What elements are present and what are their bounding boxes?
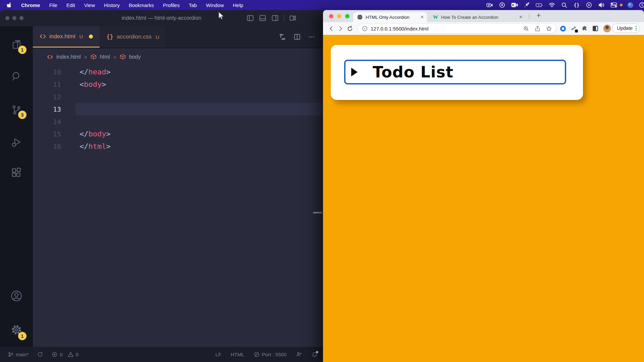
port-label: Port : 5500: [262, 352, 286, 357]
back-icon[interactable]: [327, 24, 335, 33]
braces-app-icon[interactable]: {}: [573, 1, 580, 9]
live-share-icon[interactable]: [296, 352, 302, 357]
menu-bookmarks[interactable]: Bookmarks: [129, 2, 154, 8]
close-icon[interactable]: ×: [519, 14, 522, 20]
menu-help[interactable]: Help: [233, 2, 243, 8]
update-label: Update: [617, 25, 633, 31]
clock-icon[interactable]: [638, 1, 644, 9]
more-actions-icon[interactable]: [308, 33, 316, 41]
accordion-card: Todo List: [331, 45, 583, 100]
divider: [529, 14, 529, 19]
extensions-puzzle-icon[interactable]: [582, 25, 588, 32]
mouse-cursor: [217, 11, 225, 20]
scrollbar-handle[interactable]: [313, 212, 322, 214]
accordion-summary[interactable]: Todo List: [344, 60, 566, 84]
customize-layout-icon[interactable]: [289, 14, 297, 22]
code-line[interactable]: 12: [33, 90, 323, 103]
code-line-active[interactable]: 13: [33, 103, 323, 115]
chrome-minimize-button[interactable]: [337, 14, 341, 18]
play-circle-icon[interactable]: [585, 1, 593, 9]
eol-indicator[interactable]: LF: [215, 352, 221, 357]
split-editor-icon[interactable]: [293, 33, 301, 41]
zoom-icon[interactable]: [523, 26, 529, 32]
code-line[interactable]: 14: [33, 115, 323, 128]
url-text[interactable]: 127.0.0.1:5500/index.html: [371, 26, 523, 32]
live-server-port[interactable]: Port : 5500: [254, 352, 286, 357]
vscode-titlebar[interactable]: index.html — html-only-accordion: [0, 10, 323, 26]
extensions-icon[interactable]: [0, 167, 33, 178]
breadcrumb-body[interactable]: body: [129, 54, 141, 60]
extension-picker-icon[interactable]: [571, 26, 577, 32]
code-line[interactable]: 16 </html>: [33, 140, 323, 153]
rocket-icon[interactable]: [523, 1, 531, 9]
chrome-zoom-button[interactable]: [345, 14, 350, 18]
chrome-tab-inactive[interactable]: W How To Create an Accordion ×: [430, 12, 525, 22]
screen-camera-icon[interactable]: [486, 1, 493, 9]
source-control-badge: 3: [18, 111, 26, 119]
profile-avatar[interactable]: [603, 24, 611, 33]
site-info-icon[interactable]: [362, 26, 368, 32]
chrome-update-button[interactable]: Update: [612, 23, 640, 33]
menu-chrome[interactable]: Chrome: [21, 2, 40, 8]
sync-icon[interactable]: [37, 352, 43, 357]
branch-name: main*: [16, 352, 29, 357]
video-camera-icon[interactable]: [511, 1, 518, 9]
code-editor[interactable]: 10 </head> 11 <body> 12 13: [33, 66, 323, 347]
chrome-tab-active[interactable]: HTML Only Accordion ×: [353, 12, 427, 22]
menu-view[interactable]: View: [84, 2, 95, 8]
battery-charging-icon[interactable]: [536, 1, 543, 9]
code-line[interactable]: 11 <body>: [33, 78, 323, 90]
menu-window[interactable]: Window: [206, 2, 224, 8]
extension-blue-icon[interactable]: [560, 26, 566, 32]
new-tab-button[interactable]: +: [534, 11, 543, 20]
explorer-icon[interactable]: [0, 39, 33, 50]
source-control-icon[interactable]: [0, 104, 33, 115]
run-debug-icon[interactable]: [0, 137, 33, 148]
search-icon[interactable]: [0, 71, 33, 82]
menu-profiles[interactable]: Profiles: [163, 2, 180, 8]
forward-icon[interactable]: [336, 24, 344, 33]
open-changes-icon[interactable]: [279, 33, 286, 41]
volume-icon[interactable]: [598, 1, 605, 9]
update-menu-dots-icon[interactable]: [636, 26, 637, 31]
breadcrumb-html[interactable]: html: [100, 54, 110, 60]
tab-accordion-css[interactable]: {} accordion.css U: [100, 26, 166, 48]
extension-badge: [575, 29, 578, 33]
code-line[interactable]: 10 </head>: [33, 66, 323, 78]
address-bar[interactable]: 127.0.0.1:5500/index.html: [358, 23, 556, 34]
unsaved-dot-icon[interactable]: [89, 35, 93, 39]
settings-gear-icon[interactable]: [0, 324, 33, 336]
record-icon[interactable]: [498, 1, 506, 9]
line-number: 10: [33, 68, 61, 76]
tab-label: index.html: [49, 33, 75, 40]
tab-index-html[interactable]: index.html U: [33, 26, 100, 48]
line-number: 15: [33, 130, 61, 138]
toggle-secondary-sidebar-icon[interactable]: [271, 14, 279, 22]
toggle-sidebar-icon[interactable]: [247, 14, 254, 22]
details-marker-icon: [351, 68, 358, 76]
notifications-bell-icon[interactable]: [312, 352, 318, 358]
control-center-icon[interactable]: [610, 1, 618, 9]
menu-file[interactable]: File: [49, 2, 57, 8]
share-icon[interactable]: [535, 26, 540, 32]
close-icon[interactable]: ×: [421, 14, 424, 20]
problems-status[interactable]: 0 0: [52, 352, 78, 357]
code-line[interactable]: 15 </body>: [33, 128, 323, 140]
line-number: 14: [33, 118, 61, 126]
reading-mode-icon[interactable]: [593, 26, 598, 31]
siri-icon[interactable]: [628, 2, 633, 8]
menu-history[interactable]: History: [104, 2, 120, 8]
language-mode[interactable]: HTML: [231, 352, 245, 357]
toggle-panel-icon[interactable]: [259, 14, 266, 22]
menu-edit[interactable]: Edit: [66, 2, 75, 8]
reload-icon[interactable]: [346, 24, 354, 33]
bookmark-star-icon[interactable]: [546, 26, 552, 32]
chrome-close-button[interactable]: [329, 14, 333, 18]
wifi-icon[interactable]: [548, 1, 555, 9]
spotlight-search-icon[interactable]: [560, 1, 568, 9]
menu-tab[interactable]: Tab: [189, 2, 197, 8]
git-branch-status[interactable]: main*: [8, 352, 29, 357]
apple-icon[interactable]: [7, 2, 12, 8]
breadcrumb-file[interactable]: index.html: [56, 54, 81, 60]
accounts-icon[interactable]: [0, 290, 33, 302]
